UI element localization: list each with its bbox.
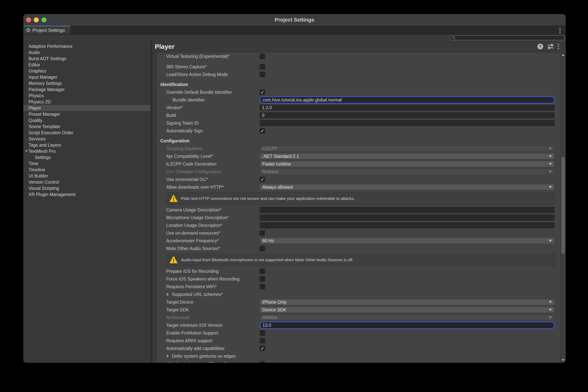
checkbox-checked-use-incremental-gc[interactable]: ✓ <box>260 177 265 182</box>
checkbox-unchecked-load-store-action-debug-mode[interactable] <box>260 72 265 77</box>
sidebar-item-scene-template[interactable]: Scene Template <box>23 124 150 130</box>
field-label: Requires Persistent WiFi* <box>166 284 217 289</box>
checkbox-unchecked-hide-home-button-on-iphone-x[interactable] <box>260 361 265 363</box>
checkbox-checked-automatically-add-capabilities[interactable]: ✓ <box>260 346 265 351</box>
checkbox-checked-override-default-bundle-identifier[interactable]: ✓ <box>260 90 265 95</box>
dropdown-allow-downloads-over-http[interactable]: Always allowed <box>260 184 554 190</box>
checkbox-unchecked-use-on-demand-resources[interactable] <box>260 230 265 236</box>
search-box[interactable] <box>450 35 565 40</box>
sidebar-item-version-control[interactable]: Version Control <box>23 179 150 185</box>
sidebar-item-physics[interactable]: Physics <box>23 92 150 99</box>
help-icon[interactable]: ? <box>537 44 543 50</box>
sidebar-item-label: Scene Template <box>29 124 61 129</box>
text-field-build[interactable]: 0 <box>260 112 554 118</box>
sidebar-item-tags-and-layers[interactable]: Tags and Layers <box>23 142 150 148</box>
checkbox-unchecked-360-stereo-capture[interactable] <box>260 64 265 70</box>
checkbox-row-prepare-ios-for-recording: Prepare iOS for Recording <box>157 268 560 275</box>
field-control: iPhone Only <box>260 299 554 305</box>
text-field-microphone-usage-description[interactable] <box>260 215 554 221</box>
dropdown-value: Release <box>262 169 279 174</box>
field-label: Virtual Texturing (Experimental)* <box>166 54 230 59</box>
foldout-closed-icon[interactable] <box>167 293 169 296</box>
field-control <box>260 361 554 363</box>
foldout-closed-icon[interactable] <box>167 354 169 358</box>
text-field-location-usage-description[interactable] <box>260 222 554 228</box>
text-field-signing-team-id[interactable] <box>260 120 554 126</box>
sidebar-item-settings[interactable]: Settings <box>23 154 150 160</box>
field-label: Microphone Usage Description* <box>166 215 229 220</box>
scrollbar-thumb[interactable] <box>561 157 565 254</box>
dropdown-row-c-compiler-configuration: C++ Compiler ConfigurationRelease <box>157 168 560 176</box>
text-field-version[interactable]: 1.2.0 <box>260 105 554 111</box>
search-row <box>23 35 565 41</box>
sidebar-item-audio[interactable]: Audio <box>23 50 150 56</box>
project-settings-window: Project Settings ⚙ Project Settings Adap… <box>23 14 566 363</box>
chevron-down-icon <box>549 186 552 188</box>
field-label: Override Default Bundle Identifier <box>166 90 232 95</box>
text-field-target-minimum-ios-version[interactable]: 13.0 <box>260 322 554 329</box>
dropdown-api-compatibility-level[interactable]: .NET Standard 2.1 <box>260 153 554 159</box>
field-control: Always allowed <box>260 184 554 190</box>
checkbox-unchecked-virtual-texturing-experimental[interactable] <box>260 54 265 59</box>
sidebar-item-editor[interactable]: Editor <box>23 62 150 68</box>
sidebar-item-burst-aot-settings[interactable]: Burst AOT Settings <box>23 56 150 62</box>
field-label: Camera Usage Description* <box>166 208 221 212</box>
field-control: 60 Hz <box>260 238 554 244</box>
checkbox-unchecked-prepare-ios-for-recording[interactable] <box>260 268 265 274</box>
sidebar-splitter[interactable] <box>150 41 153 363</box>
field-label: Use on-demand resources* <box>166 230 220 236</box>
text-field-value: 13.0 <box>263 323 271 328</box>
sidebar-item-player[interactable]: Player <box>23 105 150 111</box>
checkbox-unchecked-enable-promotion-support[interactable] <box>260 330 265 336</box>
dropdown-scripting-backend: IL2CPP <box>260 146 554 152</box>
checkbox-unchecked-requires-persistent-wifi[interactable] <box>260 284 265 289</box>
dropdown-il2cpp-code-generation[interactable]: Faster runtime <box>260 161 554 167</box>
dropdown-value: Faster runtime <box>262 162 291 167</box>
sidebar-item-physics-2d[interactable]: Physics 2D <box>23 99 150 105</box>
checkbox-checked-automatically-sign[interactable]: ✓ <box>260 128 265 134</box>
field-label: Hide home button on iPhone X <box>166 361 227 363</box>
sidebar-item-quality[interactable]: Quality <box>23 117 150 124</box>
presets-icon[interactable] <box>547 44 554 50</box>
panel-more-menu-icon[interactable] <box>558 44 559 49</box>
search-input[interactable] <box>456 35 564 40</box>
sidebar-item-graphics[interactable]: Graphics <box>23 68 150 74</box>
checkbox-unchecked-requires-arkit-support[interactable] <box>260 338 265 344</box>
vertical-scrollbar[interactable] <box>560 52 565 363</box>
text-field-bundle-identifier[interactable]: com.hive.tutorial.ios.apple.global.norma… <box>260 96 554 104</box>
dropdown-target-device[interactable]: iPhone Only <box>260 299 554 305</box>
tab-strip: ⚙ Project Settings <box>23 26 565 35</box>
field-label: Target Device <box>166 300 193 305</box>
scroll-up-icon[interactable] <box>562 54 564 56</box>
dropdown-value: Device SDK <box>262 307 286 312</box>
sidebar-item-preset-manager[interactable]: Preset Manager <box>23 111 150 117</box>
sidebar-item-script-execution-order[interactable]: Script Execution Order <box>23 130 150 136</box>
tab-project-settings[interactable]: ⚙ Project Settings <box>24 26 70 34</box>
sidebar-item-textmesh-pro[interactable]: TextMesh Pro <box>23 148 150 154</box>
window-more-menu-icon[interactable] <box>559 28 560 33</box>
sidebar-item-memory-settings[interactable]: Memory Settings <box>23 80 150 86</box>
checkbox-unchecked-force-ios-speakers-when-recording[interactable] <box>260 276 265 282</box>
sidebar-item-visual-scripting[interactable]: Visual Scripting <box>23 185 150 191</box>
sidebar-item-label: Input Manager <box>29 75 57 80</box>
sidebar-item-label: TextMesh Pro <box>29 149 56 154</box>
warning-text: Audio input from Bluetooth microphones i… <box>181 258 353 262</box>
sidebar-item-adaptive-performance[interactable]: Adaptive Performance <box>23 43 150 50</box>
sidebar-item-package-manager[interactable]: Package Manager <box>23 86 150 92</box>
sidebar-item-time[interactable]: Time <box>23 160 150 167</box>
sidebar-item-services[interactable]: Services <box>23 136 150 142</box>
foldout-open-icon[interactable] <box>25 150 28 152</box>
sidebar-item-xr-plugin-management[interactable]: XR Plugin Management <box>23 191 150 198</box>
text-field-camera-usage-description[interactable] <box>260 207 554 213</box>
field-label: IL2CPP Code Generation <box>166 162 216 167</box>
scroll-down-icon[interactable] <box>562 359 564 361</box>
sidebar-item-label: Script Execution Order <box>29 130 73 136</box>
checkbox-unchecked-mute-other-audio-sources[interactable] <box>260 246 265 251</box>
chevron-down-icon <box>549 155 552 157</box>
sidebar-item-input-manager[interactable]: Input Manager <box>23 74 150 80</box>
sidebar-item-timeline[interactable]: Timeline <box>23 167 150 173</box>
dropdown-accelerometer-frequency[interactable]: 60 Hz <box>260 238 554 244</box>
field-label: Version* <box>166 105 183 110</box>
dropdown-target-sdk[interactable]: Device SDK <box>260 307 554 313</box>
sidebar-item-ui-builder[interactable]: UI Builder <box>23 173 150 179</box>
